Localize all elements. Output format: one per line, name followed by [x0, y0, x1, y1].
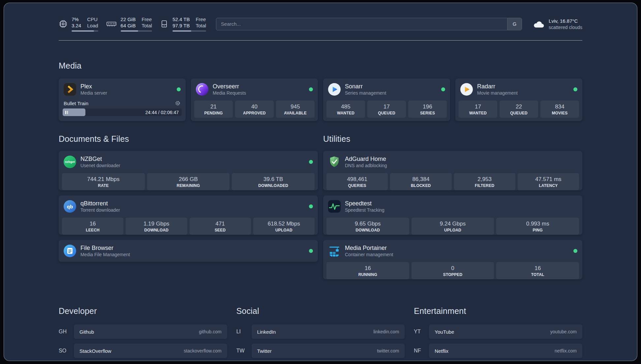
bookmark-linkedin[interactable]: LinkedIn linkedin.com — [252, 324, 405, 339]
section-title-documents: Documents & Files — [59, 134, 318, 144]
stat-upload: 618.52 MbpsUPLOAD — [253, 218, 315, 235]
service-card-adguard[interactable]: AdGuard Home DNS and adblocking 498,461Q… — [323, 151, 582, 190]
adguard-icon — [328, 156, 341, 168]
service-name: AdGuard Home — [345, 155, 387, 163]
status-dot — [309, 204, 313, 208]
weather-location: Lviv, 16.87°C — [549, 18, 582, 24]
bookmark-groups: Developer GH Github github.com SO StackO… — [59, 285, 582, 361]
status-dot — [309, 249, 313, 253]
bookmark-abbr: SO — [59, 348, 74, 354]
stat-latency: 47.571 msLATENCY — [518, 173, 579, 190]
search-bar: G — [216, 18, 522, 30]
resource-disk: 52.4 TB 97.9 TB Free Total — [160, 16, 206, 32]
disk-total-label: Total — [196, 22, 206, 29]
portainer-icon — [328, 245, 341, 257]
stat-queued: 17QUEUED — [367, 101, 406, 118]
service-card-portainer[interactable]: Media Portainer Container management 16R… — [323, 240, 582, 279]
stat-remaining: 266 GBREMAINING — [147, 173, 230, 190]
cpu-usage-bar — [72, 30, 98, 32]
search-input[interactable] — [216, 18, 507, 30]
service-name: Radarr — [477, 83, 518, 90]
bookmark-youtube[interactable]: YouTube youtube.com — [429, 324, 582, 339]
service-card-sonarr[interactable]: Sonarr Series management 485WANTED 17QUE… — [323, 78, 450, 121]
stat-approved: 40APPROVED — [235, 101, 274, 118]
weather-widget: Lviv, 16.87°C scattered clouds — [533, 18, 582, 30]
plex-icon — [64, 83, 76, 96]
speedtest-icon — [328, 200, 341, 213]
service-subtitle: Media server — [80, 90, 107, 96]
service-card-nzbget[interactable]: nzbget NZBGet Usenet downloader 744.21 M… — [59, 151, 318, 190]
service-name: qBittorrent — [80, 200, 120, 207]
bookmark-abbr: YT — [414, 329, 429, 335]
service-card-radarr[interactable]: Radarr Movie management 17WANTED 22QUEUE… — [455, 78, 582, 121]
service-subtitle: Media File Management — [80, 252, 130, 258]
bookmark-github[interactable]: Github github.com — [74, 324, 227, 339]
disk-usage-bar — [172, 30, 206, 32]
section-title-media: Media — [59, 61, 582, 71]
memory-icon — [106, 20, 117, 28]
stat-total: 16TOTAL — [496, 262, 579, 279]
stat-queued: 22QUEUED — [500, 101, 538, 118]
playback-progress-bar: 24:44 / 02:06:47 — [63, 108, 182, 116]
bookmark-twitter[interactable]: Twitter twitter.com — [252, 344, 405, 358]
stat-stopped: 0STOPPED — [412, 262, 494, 279]
media-card-grid: Plex Media server Bullet Train — [59, 78, 582, 121]
service-card-speedtest[interactable]: Speedtest Speedtest Tracking 9.65 GbpsDO… — [323, 196, 582, 235]
section-title-social: Social — [236, 306, 405, 316]
section-title-entertainment: Entertainment — [414, 306, 582, 316]
now-playing-title: Bullet Train — [64, 101, 88, 106]
playback-time: 24:44 / 02:06:47 — [145, 110, 179, 115]
service-name: Speedtest — [345, 200, 384, 207]
service-card-filebrowser[interactable]: File Browser Media File Management — [59, 240, 318, 262]
topbar-divider — [59, 40, 582, 41]
sonarr-icon — [328, 83, 341, 96]
bookmark-abbr: NF — [414, 348, 429, 354]
stat-download: 9.65 GbpsDOWNLOAD — [326, 218, 409, 235]
overseerr-icon — [196, 83, 208, 96]
gear-icon[interactable] — [175, 100, 181, 106]
disk-total-value: 97.9 TB — [172, 22, 190, 29]
service-name: Plex — [80, 83, 107, 90]
service-subtitle: Speedtest Tracking — [345, 207, 384, 213]
stat-leech: 16LEECH — [62, 218, 123, 235]
bookmark-abbr: LI — [236, 329, 252, 335]
bookmark-group-developer: Developer GH Github github.com SO StackO… — [59, 285, 227, 361]
disk-free-label: Free — [196, 16, 206, 22]
bookmark-stackoverflow[interactable]: StackOverflow stackoverflow.com — [74, 344, 227, 358]
nzbget-icon: nzbget — [64, 156, 76, 168]
bookmark-group-entertainment: Entertainment YT YouTube youtube.com NF … — [414, 285, 582, 361]
service-card-overseerr[interactable]: Overseerr Media Requests 21PENDING 40APP… — [191, 78, 318, 121]
section-title-developer: Developer — [59, 306, 227, 316]
radarr-icon — [460, 83, 473, 96]
stat-rate: 744.21 MbpsRATE — [62, 173, 145, 190]
status-dot — [573, 87, 577, 91]
service-name: File Browser — [80, 244, 130, 252]
stat-downloaded: 39.6 TBDOWNLOADED — [232, 173, 315, 190]
bookmark-abbr: GH — [59, 329, 74, 335]
status-dot — [573, 249, 577, 253]
cloud-icon — [533, 20, 545, 28]
resource-cpu: 7% 3.24 CPU Load — [59, 16, 98, 32]
status-dot — [309, 160, 313, 164]
cpu-icon — [59, 19, 68, 28]
service-subtitle: Media Requests — [213, 90, 246, 96]
stat-wanted: 485WANTED — [326, 101, 365, 118]
qbittorrent-icon: qb — [64, 200, 76, 213]
service-subtitle: Container management — [345, 252, 393, 258]
bookmark-netflix[interactable]: Netflix netflix.com — [429, 344, 582, 358]
bookmark-abbr: TW — [236, 348, 252, 354]
service-subtitle: Torrent downloader — [80, 207, 120, 213]
stat-movies: 834MOVIES — [540, 101, 579, 118]
memory-total-label: Total — [141, 22, 152, 29]
search-provider-button[interactable]: G — [507, 18, 522, 30]
memory-total-value: 64 GiB — [121, 22, 136, 29]
service-card-qbittorrent[interactable]: qb qBittorrent Torrent downloader 16LEEC… — [59, 196, 318, 235]
service-card-plex[interactable]: Plex Media server Bullet Train — [59, 78, 186, 121]
service-subtitle: DNS and adblocking — [345, 163, 387, 168]
now-playing-widget: Bullet Train 24:44 / 02:06:47 — [63, 100, 182, 116]
status-dot — [441, 87, 445, 91]
stat-blocked: 86,384BLOCKED — [390, 173, 451, 190]
disk-icon — [160, 19, 168, 28]
service-subtitle: Usenet downloader — [80, 163, 120, 168]
filebrowser-icon — [64, 245, 76, 257]
